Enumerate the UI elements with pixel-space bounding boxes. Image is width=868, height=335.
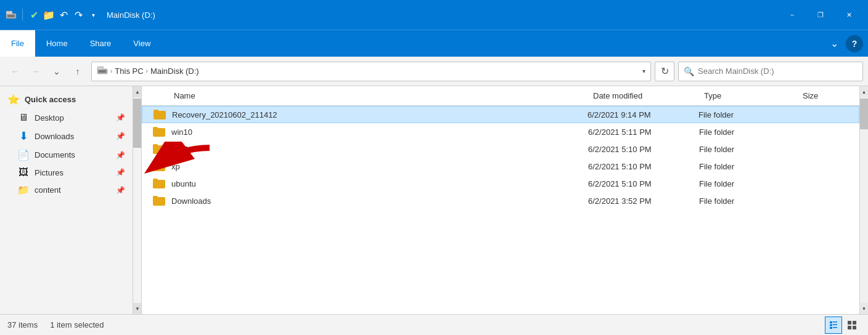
sidebar-scroll-thumb[interactable] xyxy=(133,99,142,148)
window-title: MainDisk (D:) xyxy=(102,10,776,20)
breadcrumb-separator-2: › xyxy=(146,68,148,75)
folder-icon[interactable]: 📁 xyxy=(43,9,55,21)
column-header-size[interactable]: Size xyxy=(798,89,859,103)
title-bar: ✔ 📁 ↶ ↷ ▾ MainDisk (D:) − ❐ ✕ xyxy=(0,0,868,30)
content-folder-icon: 📁 xyxy=(17,184,30,196)
svg-rect-11 xyxy=(833,327,837,328)
pin-icon-desktop[interactable]: 📌 xyxy=(116,113,125,122)
sidebar-content: ⭐ Quick access 🖥 Desktop 📌 ⬇ Downloads 📌… xyxy=(0,86,133,314)
quick-access-header[interactable]: ⭐ Quick access xyxy=(0,90,133,109)
sidebar-item-content[interactable]: 📁 content 📌 xyxy=(0,181,133,199)
search-input[interactable] xyxy=(698,67,858,76)
restore-button[interactable]: ❐ xyxy=(806,0,835,30)
folder-icon-win7 xyxy=(152,142,166,156)
file-date-recovery: 6/2/2021 9:14 PM xyxy=(588,110,698,119)
sidebar-item-desktop[interactable]: 🖥 Desktop 📌 xyxy=(0,109,133,126)
svg-rect-12 xyxy=(848,321,851,325)
svg-rect-10 xyxy=(830,327,832,329)
content-scroll-thumb[interactable] xyxy=(860,99,869,129)
details-view-button[interactable] xyxy=(825,317,842,334)
menu-item-file[interactable]: File xyxy=(0,30,35,57)
undo-icon[interactable]: ↶ xyxy=(57,9,70,21)
quick-access-toolbar: ✔ 📁 ↶ ↷ ▾ xyxy=(5,9,99,21)
back-button[interactable]: ← xyxy=(5,62,25,81)
refresh-button[interactable]: ↻ xyxy=(655,62,674,81)
search-box[interactable]: 🔍 xyxy=(678,62,863,81)
pin-icon-documents[interactable]: 📌 xyxy=(116,151,125,159)
sidebar-item-downloads-label: Downloads xyxy=(35,132,111,141)
file-type-win7: File folder xyxy=(699,145,798,154)
file-date-ubuntu: 6/2/2021 5:10 PM xyxy=(588,179,699,188)
dropdown-arrow-icon[interactable]: ▾ xyxy=(87,9,99,21)
sidebar: ⭐ Quick access 🖥 Desktop 📌 ⬇ Downloads 📌… xyxy=(0,86,142,314)
svg-rect-8 xyxy=(830,324,832,326)
svg-rect-9 xyxy=(833,324,837,325)
file-type-win10: File folder xyxy=(699,127,798,137)
quick-access-section: ⭐ Quick access 🖥 Desktop 📌 ⬇ Downloads 📌… xyxy=(0,86,133,203)
pin-icon-content[interactable]: 📌 xyxy=(116,186,125,195)
content-area: Name Date modified Type Size Recovery_20… xyxy=(142,86,859,314)
svg-rect-1 xyxy=(7,15,15,17)
file-row-downloads-folder[interactable]: Downloads 6/2/2021 3:52 PM File folder xyxy=(142,192,859,209)
pin-icon-downloads[interactable]: 📌 xyxy=(116,132,125,140)
ribbon-collapse-button[interactable]: ⌄ xyxy=(825,34,843,53)
breadcrumb-maindisk[interactable]: MainDisk (D:) xyxy=(150,67,199,76)
pictures-icon: 🖼 xyxy=(17,167,30,178)
folder-icon-win10 xyxy=(152,124,166,139)
checkmark-icon[interactable]: ✔ xyxy=(28,9,40,21)
menu-right-controls: ⌄ ? xyxy=(825,30,868,57)
sidebar-item-documents[interactable]: 📄 Documents 📌 xyxy=(0,146,133,164)
minimize-button[interactable]: − xyxy=(778,0,806,30)
menu-item-view[interactable]: View xyxy=(122,30,162,57)
column-header-type[interactable]: Type xyxy=(699,89,798,103)
menu-item-home[interactable]: Home xyxy=(35,30,79,57)
file-row-win10[interactable]: win10 6/2/2021 5:11 PM File folder xyxy=(142,123,859,140)
svg-rect-4 xyxy=(99,70,106,73)
redo-icon[interactable]: ↷ xyxy=(72,9,84,21)
desktop-icon: 🖥 xyxy=(17,112,30,123)
breadcrumb-expand-button[interactable]: ▾ xyxy=(642,68,645,75)
file-row-win7[interactable]: win7 6/2/2021 5:10 PM File folder xyxy=(142,140,859,158)
menu-spacer xyxy=(162,30,825,57)
sidebar-scroll-down[interactable]: ▼ xyxy=(133,303,142,314)
file-type-downloads-folder: File folder xyxy=(699,196,798,206)
close-button[interactable]: ✕ xyxy=(835,0,863,30)
content-scroll-down[interactable]: ▼ xyxy=(860,303,869,314)
sidebar-item-pictures-label: Pictures xyxy=(35,168,111,177)
breadcrumb-this-pc[interactable]: This PC xyxy=(115,67,143,76)
forward-button[interactable]: → xyxy=(26,62,46,81)
file-row-ubuntu[interactable]: ubuntu 6/2/2021 5:10 PM File folder xyxy=(142,175,859,192)
up-button[interactable]: ↑ xyxy=(68,62,88,81)
sidebar-scroll-up[interactable]: ▲ xyxy=(133,86,142,97)
drive-icon-small xyxy=(97,66,108,76)
sidebar-item-downloads[interactable]: ⬇ Downloads 📌 xyxy=(0,126,133,146)
file-row-xp[interactable]: xp 6/2/2021 5:10 PM File folder xyxy=(142,158,859,175)
content-scrollbar: ▲ ▼ xyxy=(859,86,868,314)
column-header-name[interactable]: Name xyxy=(142,89,588,103)
file-name-win10: win10 xyxy=(171,127,588,137)
file-list: Recovery_20210602_211412 6/2/2021 9:14 P… xyxy=(142,106,859,314)
sidebar-item-pictures[interactable]: 🖼 Pictures 📌 xyxy=(0,164,133,181)
file-name-ubuntu: ubuntu xyxy=(171,179,588,188)
window-controls: − ❐ ✕ xyxy=(778,0,863,30)
downloads-icon: ⬇ xyxy=(17,129,30,143)
menu-item-share[interactable]: Share xyxy=(79,30,123,57)
file-type-xp: File folder xyxy=(699,162,798,171)
folder-icon-xp xyxy=(152,159,166,174)
content-scroll-up[interactable]: ▲ xyxy=(860,86,869,97)
documents-icon: 📄 xyxy=(17,149,30,161)
file-row-recovery[interactable]: Recovery_20210602_211412 6/2/2021 9:14 P… xyxy=(142,106,859,123)
quick-access-label: Quick access xyxy=(25,95,76,104)
folder-icon-ubuntu xyxy=(152,176,166,191)
svg-rect-6 xyxy=(830,321,832,323)
recent-locations-button[interactable]: ⌄ xyxy=(47,62,67,81)
help-button[interactable]: ? xyxy=(846,35,863,52)
sidebar-item-desktop-label: Desktop xyxy=(35,113,111,123)
large-icons-view-button[interactable] xyxy=(843,317,861,334)
address-bar[interactable]: › This PC › MainDisk (D:) ▾ xyxy=(91,62,651,81)
pin-icon-pictures[interactable]: 📌 xyxy=(116,168,125,177)
file-name-recovery: Recovery_20210602_211412 xyxy=(172,110,588,119)
status-bar: 37 items 1 item selected xyxy=(0,314,868,335)
folder-icon-recovery xyxy=(152,107,167,122)
column-header-date[interactable]: Date modified xyxy=(588,89,699,103)
